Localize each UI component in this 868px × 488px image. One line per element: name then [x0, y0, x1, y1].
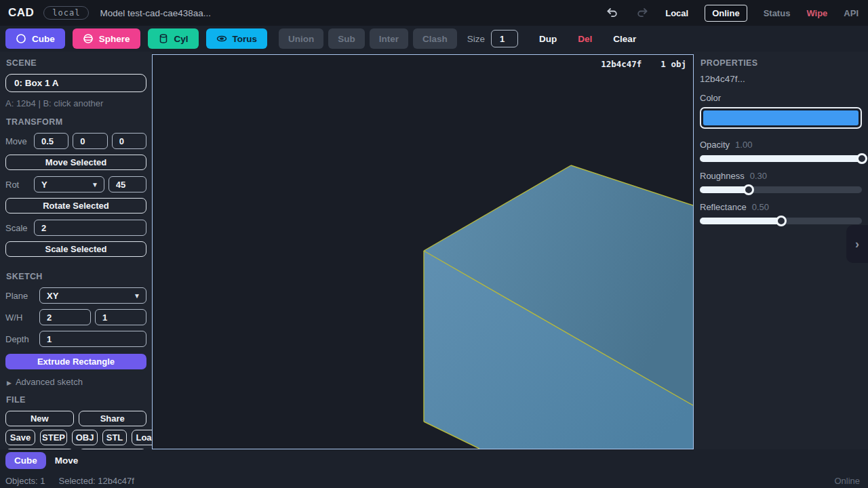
roughness-row: Roughness0.30 — [700, 171, 862, 193]
undo-icon[interactable] — [606, 7, 619, 19]
size-input[interactable] — [491, 30, 518, 47]
opacity-slider[interactable] — [700, 155, 862, 162]
duplicate-button[interactable]: Dup — [539, 34, 557, 44]
move-y-input[interactable] — [73, 133, 107, 149]
status-bar: Objects: 1 Selected: 12b4c47f Online — [0, 473, 868, 488]
move-row: Move — [5, 133, 146, 149]
clear-button[interactable]: Clear — [613, 34, 636, 44]
scene-item-box1[interactable]: 0: Box 1 A — [5, 74, 146, 92]
step-export-button[interactable]: STEP — [40, 430, 67, 445]
plane-label: Plane — [5, 291, 35, 301]
nav-online[interactable]: Online — [705, 5, 747, 22]
move-x-input[interactable] — [34, 133, 68, 149]
nav-wipe[interactable]: Wipe — [806, 8, 827, 18]
file-row-2: Save STEP OBJ STL Load — [5, 430, 146, 445]
roughness-slider[interactable] — [700, 186, 862, 193]
file-row-1: New Share — [5, 411, 146, 426]
left-sidebar: SCENE 0: Box 1 A A: 12b4 | B: click anot… — [0, 52, 152, 449]
import-ifc-button[interactable]: Import IFC — [79, 449, 147, 449]
connection-status: Online — [834, 476, 860, 486]
reflectance-label: Reflectance0.50 — [700, 202, 862, 212]
reflectance-slider[interactable] — [700, 218, 862, 224]
rotate-row: Rot Y ▼ — [5, 176, 146, 192]
rot-angle-input[interactable] — [108, 176, 146, 192]
size-label: Size — [467, 34, 485, 44]
nav-status[interactable]: Status — [764, 8, 791, 18]
load-button[interactable]: Load — [132, 430, 152, 445]
cad-app: CAD local Model test-cad-cae438aa... Loc… — [0, 0, 868, 488]
width-input[interactable] — [39, 309, 91, 325]
roughness-label: Roughness0.30 — [700, 171, 862, 181]
reflectance-value: 0.50 — [752, 202, 769, 212]
plane-row: Plane XY ▼ — [5, 287, 146, 304]
move-label: Move — [5, 136, 30, 146]
nav-api[interactable]: API — [844, 8, 859, 18]
roughness-slider-knob[interactable] — [743, 184, 754, 195]
file-section-title: FILE — [6, 395, 146, 405]
rotate-selected-button[interactable]: Rotate Selected — [5, 198, 146, 214]
scale-label: Scale — [5, 223, 30, 233]
torus-button-label: Torus — [233, 34, 258, 44]
opacity-slider-knob[interactable] — [856, 153, 867, 164]
properties-object-id: 12b4c47f... — [700, 74, 862, 84]
move-z-input[interactable] — [112, 133, 146, 149]
active-tool-label[interactable]: Move — [55, 455, 79, 466]
wh-row: W/H — [5, 309, 146, 325]
roughness-slider-fill — [700, 186, 749, 193]
wh-label: W/H — [5, 312, 35, 323]
cube-button-label: Cube — [32, 34, 55, 44]
import-step-button[interactable]: Import STEP — [5, 449, 74, 449]
rot-axis-value: Y — [41, 180, 47, 190]
redo-icon[interactable] — [635, 7, 649, 19]
sphere-button-label: Sphere — [99, 34, 130, 44]
panel-collapse-tab[interactable]: › — [846, 225, 868, 263]
model-title: Model test-cad-cae438aa... — [100, 8, 211, 18]
depth-label: Depth — [5, 334, 35, 344]
app-logo: CAD — [8, 6, 34, 20]
obj-export-button[interactable]: OBJ — [72, 430, 98, 445]
cylinder-button-label: Cyl — [174, 34, 189, 44]
properties-panel: PROPERTIES 12b4c47f... Color Opacity1.00… — [694, 52, 868, 449]
scale-selected-button[interactable]: Scale Selected — [5, 241, 146, 257]
move-selected-button[interactable]: Move Selected — [5, 155, 146, 170]
depth-input[interactable] — [39, 331, 146, 347]
inter-button[interactable]: Inter — [370, 28, 408, 49]
torus-button[interactable]: Torus — [206, 28, 268, 49]
chevron-down-icon: ▼ — [92, 181, 98, 188]
share-button[interactable]: Share — [79, 411, 147, 426]
sub-button[interactable]: Sub — [328, 28, 365, 49]
cube-object[interactable] — [153, 55, 693, 449]
scene-section-title: SCENE — [6, 58, 146, 68]
triangle-right-icon: ▶ — [7, 380, 12, 386]
color-label: Color — [700, 93, 862, 103]
extrude-rectangle-button[interactable]: Extrude Rectangle — [5, 354, 146, 369]
advanced-sketch-toggle[interactable]: ▶Advanced sketch — [7, 377, 146, 387]
save-button[interactable]: Save — [5, 430, 35, 445]
reflectance-slider-knob[interactable] — [776, 216, 787, 226]
header-actions: Local Online Status Wipe API — [606, 5, 859, 22]
sphere-icon — [83, 33, 94, 44]
cube-button[interactable]: Cube — [5, 28, 65, 49]
cylinder-button[interactable]: Cyl — [148, 28, 199, 49]
active-shape-badge[interactable]: Cube — [5, 452, 46, 469]
env-badge: local — [43, 6, 89, 20]
stl-export-button[interactable]: STL — [102, 430, 127, 445]
scale-input[interactable] — [34, 220, 146, 236]
clash-button[interactable]: Clash — [413, 28, 457, 49]
viewport-canvas[interactable]: 12b4c47f 1 obj — [152, 54, 694, 449]
plane-select[interactable]: XY ▼ — [39, 287, 146, 304]
union-button[interactable]: Union — [279, 28, 323, 49]
selection-hint: A: 12b4 | B: click another — [5, 98, 146, 108]
reflectance-slider-fill — [700, 218, 781, 224]
delete-button[interactable]: Del — [578, 34, 592, 44]
torus-icon — [216, 33, 227, 44]
height-input[interactable] — [95, 309, 146, 325]
color-picker[interactable] — [700, 107, 862, 129]
nav-local[interactable]: Local — [665, 8, 688, 18]
rot-axis-select[interactable]: Y ▼ — [34, 176, 104, 192]
depth-row: Depth — [5, 331, 146, 347]
new-button[interactable]: New — [5, 411, 74, 426]
sphere-button[interactable]: Sphere — [73, 28, 140, 49]
mode-badges: Cube Move — [5, 452, 78, 469]
opacity-value: 1.00 — [735, 140, 752, 150]
